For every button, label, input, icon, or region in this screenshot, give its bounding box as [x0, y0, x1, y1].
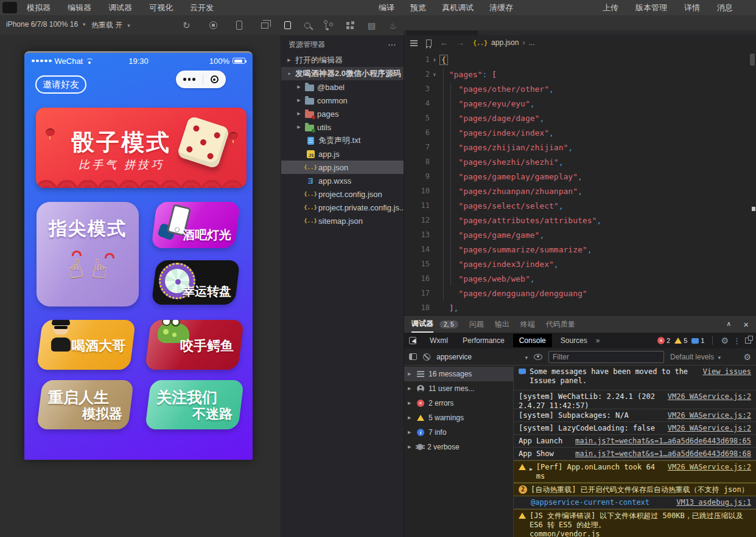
navigate-forward-icon[interactable] [457, 38, 464, 47]
tree-item-pages[interactable]: pages [281, 107, 404, 120]
explorer-more-icon[interactable] [388, 40, 396, 49]
sidebar-info[interactable]: 7 info [404, 425, 513, 440]
menu-clear-cache[interactable]: 清缓存 [489, 2, 513, 13]
expand-icon[interactable]: ▶ [530, 463, 533, 474]
tab-console[interactable]: Console [513, 334, 552, 347]
view-issues-link[interactable]: View issues [703, 367, 751, 376]
card-biting-crocodile[interactable]: 咬手鳄鱼 [145, 320, 244, 370]
error-count[interactable]: 2 [657, 337, 670, 344]
tree-item-utils[interactable]: utils [281, 120, 404, 134]
tree-item-app-json[interactable]: app.json [281, 161, 404, 174]
sidebar-warnings[interactable]: 5 warnings [404, 411, 513, 425]
sidebar-all-messages[interactable]: 16 messages [404, 367, 513, 381]
extensions-icon[interactable] [346, 21, 354, 29]
code-area[interactable]: 1∨{ 2∨ "pages": [ 3 "pages/other/other",… [404, 50, 756, 315]
menu-compile[interactable]: 编译 [379, 2, 394, 13]
git-branch-icon[interactable] [326, 21, 333, 30]
card-bar-lights[interactable]: 酒吧灯光 [151, 202, 240, 248]
source-link[interactable]: VM26 WAService.js:2 [668, 411, 751, 420]
log-levels-dropdown[interactable]: Default levels [670, 353, 721, 361]
popout-icon[interactable] [745, 338, 751, 344]
menu-cloud[interactable]: 云开发 [190, 2, 214, 13]
context-link[interactable]: @appservice-current-context [531, 498, 668, 507]
tab-performance[interactable]: Performance [457, 334, 511, 347]
source-link[interactable]: main.js?t=wechat&s=1…a6a5d6de6443d698:68 [575, 449, 751, 459]
breadcrumb-more[interactable]: ... [528, 38, 534, 47]
tree-item-sitemap-json[interactable]: sitemap.json [281, 214, 404, 227]
clear-console-icon[interactable] [423, 353, 430, 361]
invite-friends-button[interactable]: 邀请好友 [35, 75, 86, 94]
message-count[interactable]: 1 [691, 337, 704, 344]
tab-output[interactable]: 输出 [495, 319, 509, 330]
project-root-row[interactable]: 发喝酒神器2.0微信小程序源码 [281, 67, 404, 80]
filter-input[interactable] [548, 351, 664, 363]
card-follow-us[interactable]: 关注我们 不迷路 [145, 380, 244, 429]
capsule-close-icon[interactable] [211, 75, 219, 83]
tab-debugger[interactable]: 调试器 [411, 316, 433, 333]
menu-visualization[interactable]: 可视化 [149, 2, 173, 13]
source-link[interactable]: VM26 WAService.js:2 [668, 463, 751, 472]
tree-item-project-private-config[interactable]: project.private.config.js... [281, 201, 404, 214]
search-icon[interactable] [304, 23, 310, 29]
menu-remote-debug[interactable]: 真机调试 [442, 2, 474, 13]
close-panel-icon[interactable] [743, 319, 749, 330]
multi-window-icon[interactable] [261, 23, 268, 29]
record-stop-icon[interactable] [209, 21, 217, 29]
settings-gear-icon[interactable] [721, 336, 729, 345]
tree-item-app-js[interactable]: app.js [281, 147, 404, 161]
source-link[interactable]: VM26 WAService.js:2 [668, 392, 751, 401]
hot-reload-toggle[interactable]: 热重载 开 [91, 20, 130, 30]
tab-problems[interactable]: 问题 [469, 319, 484, 330]
outline-icon[interactable] [410, 40, 418, 46]
files-icon[interactable] [284, 21, 291, 29]
tab-code-quality[interactable]: 代码质量 [546, 319, 575, 330]
console-settings-icon[interactable] [743, 352, 751, 362]
file-path[interactable]: common/vendor.js [530, 530, 751, 537]
teapot-icon[interactable] [389, 21, 397, 30]
sidebar-toggle-icon[interactable] [409, 353, 417, 360]
card-fingertip-mode[interactable]: 指尖模式 ☝☝ [37, 202, 139, 307]
source-link[interactable]: VM26 WAService.js:2 [668, 424, 751, 433]
tree-item-babel[interactable]: @babel [281, 80, 404, 94]
tab-sources[interactable]: Sources [555, 334, 593, 347]
tree-item-common[interactable]: common [281, 94, 404, 107]
tree-item-disclaimer-txt[interactable]: 免责声明.txt [281, 134, 404, 147]
phone-icon[interactable] [236, 21, 242, 30]
menu-preview[interactable]: 预览 [410, 2, 426, 13]
sidebar-user-messages[interactable]: 11 user mes... [404, 381, 513, 396]
collapse-panel-icon[interactable] [726, 319, 731, 330]
card-drinking-bro[interactable]: 喝酒大哥 [37, 320, 136, 370]
warning-count[interactable]: 5 [674, 337, 687, 344]
card-restart-life[interactable]: 重启人生 模拟器 [37, 380, 134, 429]
tab-wxml[interactable]: Wxml [424, 334, 454, 347]
source-link[interactable]: VM13 asdebug.js:1 [676, 498, 751, 507]
more-tabs-icon[interactable] [596, 336, 600, 345]
live-expression-icon[interactable] [534, 354, 542, 360]
menu-simulator[interactable]: 模拟器 [27, 2, 51, 13]
source-link[interactable]: main.js?t=wechat&s=1…a6a5d6de6443d698:65 [575, 437, 751, 446]
device-selector[interactable]: iPhone 6/7/8 100% 16 [6, 20, 86, 29]
menu-upload[interactable]: 上传 [603, 2, 618, 13]
inspect-icon[interactable] [409, 337, 416, 344]
menu-version[interactable]: 版本管理 [635, 2, 667, 13]
dice-mode-banner[interactable]: 骰子模式 比手气 拼技巧 [36, 108, 247, 188]
app-logo[interactable] [2, 2, 17, 13]
tab-terminal[interactable]: 终端 [520, 319, 535, 330]
menu-debugger[interactable]: 调试器 [108, 2, 132, 13]
menu-messages[interactable]: 消息 [717, 2, 733, 13]
breadcrumb-file[interactable]: app.json [491, 38, 519, 47]
save-icon[interactable] [368, 21, 376, 30]
menu-editor[interactable]: 编辑器 [68, 2, 91, 13]
code-editor[interactable]: app.json ... 1∨{ 2∨ "pages": [ 3 "pages/… [404, 35, 756, 315]
menu-details[interactable]: 详情 [684, 2, 700, 13]
navigate-back-icon[interactable] [440, 38, 448, 47]
sidebar-errors[interactable]: 2 errors [404, 396, 513, 411]
context-selector[interactable]: appservice [436, 353, 528, 361]
tree-item-app-wxss[interactable]: app.wxss [281, 174, 404, 187]
card-lucky-wheel[interactable]: 幸运转盘 [152, 260, 240, 305]
capsule-menu-icon[interactable] [183, 78, 195, 81]
refresh-icon[interactable] [183, 20, 191, 31]
bookmark-icon[interactable] [426, 40, 432, 46]
sidebar-verbose[interactable]: 2 verbose [404, 440, 513, 454]
more-options-icon[interactable] [733, 336, 741, 345]
